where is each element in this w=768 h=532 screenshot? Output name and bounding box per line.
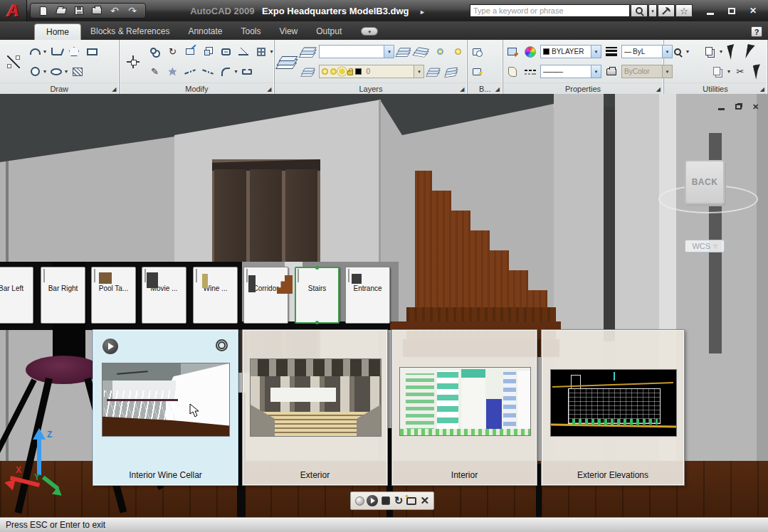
minimize-button[interactable]	[704, 5, 717, 16]
create-block-button[interactable]	[469, 63, 485, 80]
paste-button[interactable]	[711, 63, 727, 80]
favorites-button[interactable]: ☆	[675, 4, 693, 17]
view-thumbnail-stairs[interactable]: Stairs	[295, 267, 340, 324]
shot-card-interior[interactable]: Interior	[391, 329, 537, 486]
view-thumbnail-movie[interactable]: Movie ...	[142, 267, 186, 324]
search-input[interactable]	[470, 4, 630, 17]
trim-button[interactable]	[182, 63, 198, 80]
change-to-current-layer-button[interactable]	[426, 63, 442, 80]
view-thumbnail-entrance[interactable]: Entrance	[345, 267, 390, 324]
linetype-combobox[interactable]: ——— ▾	[540, 65, 601, 78]
play-button[interactable]	[102, 339, 118, 354]
arc-button[interactable]	[27, 43, 43, 60]
plot-style-button[interactable]	[604, 63, 619, 80]
copy-clip-dropdown[interactable]: ▾	[720, 48, 722, 55]
scale-button[interactable]	[200, 43, 216, 60]
maximize-button[interactable]	[725, 5, 738, 16]
undo-button[interactable]: ↶	[107, 4, 122, 17]
select-all-button[interactable]	[742, 43, 758, 60]
view-thumbnail-pool-table[interactable]: Pool Ta...	[91, 267, 136, 324]
linetype-button[interactable]	[522, 63, 538, 80]
app-menu-button[interactable]: A	[0, 0, 27, 21]
drawing-minimize-button[interactable]	[716, 102, 727, 112]
properties-palette-button[interactable]	[505, 63, 520, 80]
save-button[interactable]	[72, 4, 86, 17]
circle-button[interactable]	[27, 63, 43, 80]
layer-unisolate-button[interactable]	[414, 43, 430, 60]
move-button[interactable]	[121, 43, 145, 81]
layer-states-button[interactable]	[301, 43, 317, 60]
lasso-select-button[interactable]	[750, 63, 766, 80]
wcs-menu-button[interactable]: WCS ▽	[685, 240, 725, 252]
open-button[interactable]	[54, 4, 68, 17]
layer-combobox[interactable]: 0 ▾	[319, 65, 424, 78]
polygon-button[interactable]	[66, 43, 82, 60]
insert-block-button[interactable]	[469, 43, 485, 60]
view-thumbnail-bar-right[interactable]: Bar Right	[41, 267, 85, 324]
close-showmotion-button[interactable]: ✕	[419, 494, 431, 508]
offset-button[interactable]	[218, 43, 233, 60]
ellipse-dropdown[interactable]: ▾	[65, 68, 68, 75]
panel-expander-utilities[interactable]: ◢	[760, 86, 764, 92]
view-thumbnail-bar-left[interactable]: Bar Left	[0, 267, 33, 324]
help-button[interactable]: ?	[751, 26, 762, 37]
panel-expander-properties[interactable]: ◢	[656, 86, 661, 92]
mirror-button[interactable]	[236, 43, 251, 60]
pin-button[interactable]	[354, 494, 366, 508]
drawing-restore-button[interactable]	[733, 102, 744, 112]
viewcube[interactable]: BACK	[685, 160, 725, 204]
join-button[interactable]	[239, 63, 255, 80]
shot-card-exterior-elevations[interactable]: Exterior Elevations	[541, 329, 685, 486]
record-target-icon[interactable]	[216, 339, 228, 351]
tab-annotate[interactable]: Annotate	[179, 23, 231, 40]
view-thumbnail-corridor[interactable]: Corridor	[243, 267, 288, 324]
line-button[interactable]	[1, 43, 26, 81]
drawing-close-button[interactable]: ✕	[750, 102, 761, 112]
paste-dropdown[interactable]: ▾	[727, 68, 730, 75]
lineweight-button[interactable]	[604, 43, 619, 60]
layer-isolate-button[interactable]	[396, 43, 412, 60]
layer-freeze-button[interactable]	[432, 43, 448, 60]
panel-expander-layers[interactable]: ◢	[460, 86, 464, 92]
arc-dropdown[interactable]: ▾	[43, 48, 46, 55]
tab-view[interactable]: View	[270, 23, 307, 40]
object-color-combobox[interactable]: BYLAYER ▾	[540, 45, 601, 58]
hatch-button[interactable]	[70, 63, 85, 80]
view-thumbnail-wine[interactable]: Wine ...	[193, 267, 238, 324]
layer-match-button[interactable]	[301, 63, 317, 80]
circle-dropdown[interactable]: ▾	[43, 68, 46, 75]
play-all-button[interactable]	[367, 494, 379, 508]
tab-output[interactable]: Output	[307, 23, 351, 40]
search-button[interactable]	[631, 4, 648, 17]
layer-previous-button[interactable]	[444, 63, 460, 80]
panel-expander-block[interactable]: ◢	[495, 86, 500, 92]
search-options-button[interactable]: ▾	[648, 4, 657, 17]
drawing-canvas[interactable]: Z X Y BACK WCS ▽ ✕ Bar Left Bar Right Po…	[0, 94, 768, 517]
new-button[interactable]	[36, 4, 51, 17]
rotate-button[interactable]: ↻	[164, 43, 180, 60]
communication-center-button[interactable]	[658, 4, 675, 17]
quick-select-button[interactable]	[725, 43, 740, 60]
stretch-button[interactable]	[182, 43, 198, 60]
erase-button[interactable]: ✎	[147, 63, 162, 80]
shot-card-exterior[interactable]: Exterior	[242, 329, 388, 486]
copy-button[interactable]	[147, 43, 162, 60]
zoom-button[interactable]	[670, 43, 685, 60]
panel-expander-draw[interactable]: ◢	[112, 86, 116, 92]
polyline-button[interactable]	[48, 43, 64, 60]
fillet-button[interactable]	[218, 63, 233, 80]
tab-blocks-references[interactable]: Blocks & References	[81, 23, 179, 40]
ellipse-button[interactable]	[48, 63, 64, 80]
loop-button[interactable]: ↻	[393, 494, 405, 508]
layer-properties-button[interactable]	[276, 43, 300, 81]
redo-button[interactable]: ↷	[125, 4, 140, 17]
array-dropdown[interactable]: ▾	[270, 48, 273, 55]
zoom-dropdown[interactable]: ▾	[686, 48, 689, 55]
tab-tools[interactable]: Tools	[231, 23, 270, 40]
plot-button[interactable]	[90, 4, 104, 17]
array-button[interactable]	[253, 43, 269, 60]
color-wheel-button[interactable]	[522, 43, 538, 60]
shot-card-interior-wine-cellar[interactable]: Interior Wine Cellar	[93, 329, 238, 486]
panel-expander-modify[interactable]: ◢	[267, 86, 271, 92]
cut-button[interactable]: ✂	[732, 63, 748, 80]
